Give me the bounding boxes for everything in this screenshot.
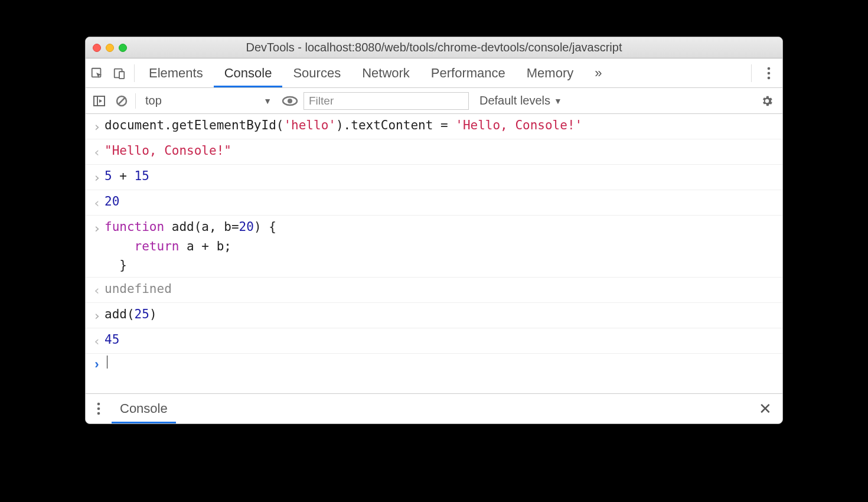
tab-label: Elements (149, 66, 203, 81)
svg-line-10 (118, 97, 125, 105)
window-title: DevTools - localhost:8080/web/tools/chro… (86, 41, 782, 54)
text-cursor (107, 356, 107, 369)
divider (751, 64, 752, 82)
tab-console[interactable]: Console (214, 58, 283, 87)
divider (135, 93, 136, 109)
tab-sources[interactable]: Sources (282, 58, 351, 87)
window-traffic-lights (93, 44, 127, 52)
spacer (86, 374, 782, 394)
close-drawer-icon[interactable]: ✕ (759, 400, 782, 418)
drawer-tab-label: Console (120, 401, 168, 416)
device-toolbar-icon[interactable] (108, 67, 130, 80)
svg-marker-8 (99, 99, 102, 103)
tabs-overflow-button[interactable]: » (584, 58, 612, 87)
tab-label: Network (362, 66, 410, 81)
context-selector-value: top (145, 94, 162, 107)
tab-memory[interactable]: Memory (516, 58, 584, 87)
console-result-row: undefined (86, 278, 782, 303)
tab-label: Sources (293, 66, 341, 81)
chevron-down-icon: ▼ (263, 96, 272, 106)
console-settings-icon[interactable] (760, 94, 778, 107)
output-chevron-icon (89, 141, 105, 162)
titlebar[interactable]: DevTools - localhost:8080/web/tools/chro… (86, 37, 782, 58)
svg-point-3 (768, 67, 771, 70)
toggle-sidebar-icon[interactable] (90, 96, 108, 106)
drawer: Console ✕ (86, 394, 782, 423)
console-filterbar: top ▼ Default levels ▼ (86, 88, 782, 114)
tab-elements[interactable]: Elements (138, 58, 214, 87)
svg-point-15 (97, 412, 100, 415)
drawer-tab-console[interactable]: Console (112, 394, 176, 423)
maximize-window-button[interactable] (119, 44, 127, 52)
drawer-menu-icon[interactable] (86, 402, 112, 415)
console-input-row[interactable] (86, 354, 782, 374)
code-text: 20 (105, 192, 119, 213)
input-chevron-icon (89, 167, 105, 188)
chevron-down-icon: ▼ (554, 96, 562, 106)
code-text: function add(a, b=20) { return a + b; } (105, 217, 276, 275)
console-result-row: 45 (86, 328, 782, 354)
output-chevron-icon (89, 330, 105, 351)
panel-tabbar: ElementsConsoleSourcesNetworkPerformance… (86, 58, 782, 88)
close-window-button[interactable] (93, 44, 101, 52)
tab-label: Console (224, 66, 272, 81)
code-text: 45 (105, 330, 119, 351)
console-result-row: 20 (86, 190, 782, 216)
clear-console-icon[interactable] (113, 95, 130, 107)
devtools-window: DevTools - localhost:8080/web/tools/chro… (85, 37, 783, 424)
input-chevron-icon (89, 217, 105, 275)
prompt-icon (89, 356, 105, 372)
tab-label: Performance (431, 66, 505, 81)
code-text: add(25) (105, 305, 157, 326)
minimize-window-button[interactable] (106, 44, 114, 52)
output-chevron-icon (89, 192, 105, 213)
svg-point-13 (97, 403, 100, 406)
console-command-row: function add(a, b=20) { return a + b; } (86, 216, 782, 278)
code-text: document.getElementById('hello').textCon… (105, 116, 582, 137)
log-levels-label: Default levels (479, 94, 550, 107)
console-command-row: add(25) (86, 303, 782, 328)
svg-point-12 (288, 99, 292, 103)
console-input[interactable] (105, 356, 107, 372)
svg-point-4 (768, 71, 771, 74)
filter-input[interactable] (304, 92, 469, 110)
svg-rect-2 (119, 71, 124, 79)
kebab-menu-icon[interactable] (755, 67, 782, 80)
output-chevron-icon (89, 279, 105, 301)
overflow-glyph: » (595, 66, 602, 81)
console-command-row: 5 + 15 (86, 165, 782, 190)
tab-performance[interactable]: Performance (420, 58, 516, 87)
console-output: document.getElementById('hello').textCon… (86, 114, 782, 354)
inspect-element-icon[interactable] (86, 67, 108, 80)
log-levels-selector[interactable]: Default levels ▼ (474, 94, 562, 107)
divider (134, 64, 135, 82)
tab-network[interactable]: Network (351, 58, 420, 87)
tab-label: Memory (527, 66, 573, 81)
svg-point-5 (768, 76, 771, 79)
input-chevron-icon (89, 116, 105, 137)
console-command-row: document.getElementById('hello').textCon… (86, 114, 782, 139)
code-text: undefined (105, 279, 172, 301)
code-text: "Hello, Console!" (105, 141, 231, 162)
svg-rect-0 (92, 68, 101, 77)
input-chevron-icon (89, 305, 105, 326)
svg-point-14 (97, 408, 100, 410)
console-result-row: "Hello, Console!" (86, 139, 782, 165)
live-expression-icon[interactable] (281, 96, 299, 106)
context-selector[interactable]: top ▼ (141, 92, 276, 110)
code-text: 5 + 15 (105, 167, 149, 188)
